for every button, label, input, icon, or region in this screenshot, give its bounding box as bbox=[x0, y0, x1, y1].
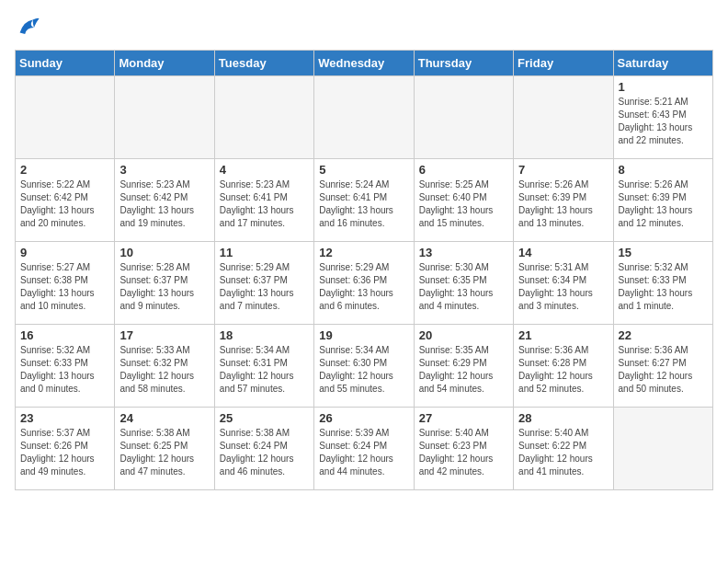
day-info: Sunrise: 5:22 AM Sunset: 6:42 PM Dayligh… bbox=[20, 178, 109, 230]
day-info: Sunrise: 5:32 AM Sunset: 6:33 PM Dayligh… bbox=[20, 344, 109, 396]
day-info: Sunrise: 5:23 AM Sunset: 6:41 PM Dayligh… bbox=[220, 178, 309, 230]
calendar-week-row: 23Sunrise: 5:37 AM Sunset: 6:26 PM Dayli… bbox=[16, 408, 713, 490]
day-number: 16 bbox=[20, 328, 109, 342]
day-info: Sunrise: 5:35 AM Sunset: 6:29 PM Dayligh… bbox=[419, 344, 508, 396]
calendar-day-cell: 8Sunrise: 5:26 AM Sunset: 6:39 PM Daylig… bbox=[613, 159, 712, 242]
calendar-day-cell: 6Sunrise: 5:25 AM Sunset: 6:40 PM Daylig… bbox=[414, 159, 513, 242]
calendar-table: SundayMondayTuesdayWednesdayThursdayFrid… bbox=[15, 50, 713, 490]
calendar-header-row: SundayMondayTuesdayWednesdayThursdayFrid… bbox=[16, 51, 713, 76]
day-number: 18 bbox=[220, 328, 309, 342]
calendar-day-cell bbox=[16, 76, 115, 159]
day-number: 11 bbox=[220, 246, 309, 259]
calendar-day-cell: 3Sunrise: 5:23 AM Sunset: 6:42 PM Daylig… bbox=[115, 159, 214, 242]
calendar-day-cell: 26Sunrise: 5:39 AM Sunset: 6:24 PM Dayli… bbox=[314, 408, 414, 490]
day-info: Sunrise: 5:40 AM Sunset: 6:23 PM Dayligh… bbox=[419, 427, 508, 478]
day-info: Sunrise: 5:38 AM Sunset: 6:24 PM Dayligh… bbox=[220, 427, 309, 478]
day-info: Sunrise: 5:27 AM Sunset: 6:38 PM Dayligh… bbox=[20, 261, 109, 313]
day-info: Sunrise: 5:38 AM Sunset: 6:25 PM Dayligh… bbox=[119, 427, 209, 478]
calendar-day-cell: 20Sunrise: 5:35 AM Sunset: 6:29 PM Dayli… bbox=[414, 325, 513, 408]
day-info: Sunrise: 5:30 AM Sunset: 6:35 PM Dayligh… bbox=[419, 261, 508, 313]
weekday-header-monday: Monday bbox=[115, 51, 214, 76]
day-info: Sunrise: 5:32 AM Sunset: 6:33 PM Dayligh… bbox=[619, 261, 708, 313]
day-info: Sunrise: 5:28 AM Sunset: 6:37 PM Dayligh… bbox=[119, 261, 209, 313]
page-header bbox=[15, 15, 713, 40]
day-number: 20 bbox=[419, 328, 508, 342]
calendar-day-cell bbox=[314, 76, 414, 159]
calendar-week-row: 1Sunrise: 5:21 AM Sunset: 6:43 PM Daylig… bbox=[16, 76, 713, 159]
day-info: Sunrise: 5:21 AM Sunset: 6:43 PM Dayligh… bbox=[619, 96, 708, 147]
day-number: 21 bbox=[518, 328, 608, 342]
day-info: Sunrise: 5:26 AM Sunset: 6:39 PM Dayligh… bbox=[619, 178, 708, 230]
day-number: 15 bbox=[619, 246, 708, 259]
calendar-week-row: 9Sunrise: 5:27 AM Sunset: 6:38 PM Daylig… bbox=[16, 242, 713, 325]
calendar-day-cell: 24Sunrise: 5:38 AM Sunset: 6:25 PM Dayli… bbox=[115, 408, 214, 490]
weekday-header-wednesday: Wednesday bbox=[314, 51, 414, 76]
calendar-day-cell bbox=[214, 76, 313, 159]
logo-bird-icon bbox=[15, 15, 40, 40]
weekday-header-tuesday: Tuesday bbox=[214, 51, 313, 76]
calendar-day-cell: 5Sunrise: 5:24 AM Sunset: 6:41 PM Daylig… bbox=[314, 159, 414, 242]
day-number: 13 bbox=[419, 246, 508, 259]
day-info: Sunrise: 5:25 AM Sunset: 6:40 PM Dayligh… bbox=[419, 178, 508, 230]
day-number: 8 bbox=[619, 163, 708, 177]
day-number: 19 bbox=[319, 328, 408, 342]
day-number: 3 bbox=[119, 163, 209, 177]
day-info: Sunrise: 5:26 AM Sunset: 6:39 PM Dayligh… bbox=[518, 178, 608, 230]
day-number: 4 bbox=[220, 163, 309, 177]
calendar-day-cell: 22Sunrise: 5:36 AM Sunset: 6:27 PM Dayli… bbox=[613, 325, 712, 408]
calendar-day-cell: 4Sunrise: 5:23 AM Sunset: 6:41 PM Daylig… bbox=[214, 159, 313, 242]
day-number: 28 bbox=[518, 411, 608, 425]
day-info: Sunrise: 5:36 AM Sunset: 6:27 PM Dayligh… bbox=[619, 344, 708, 396]
day-number: 2 bbox=[20, 163, 109, 177]
day-info: Sunrise: 5:29 AM Sunset: 6:37 PM Dayligh… bbox=[220, 261, 309, 313]
day-number: 23 bbox=[20, 411, 109, 425]
day-info: Sunrise: 5:29 AM Sunset: 6:36 PM Dayligh… bbox=[319, 261, 408, 313]
day-number: 7 bbox=[518, 163, 608, 177]
calendar-day-cell: 17Sunrise: 5:33 AM Sunset: 6:32 PM Dayli… bbox=[115, 325, 214, 408]
day-number: 10 bbox=[119, 246, 209, 259]
weekday-header-saturday: Saturday bbox=[613, 51, 712, 76]
day-number: 24 bbox=[119, 411, 209, 425]
calendar-day-cell: 13Sunrise: 5:30 AM Sunset: 6:35 PM Dayli… bbox=[414, 242, 513, 325]
calendar-day-cell: 21Sunrise: 5:36 AM Sunset: 6:28 PM Dayli… bbox=[514, 325, 613, 408]
calendar-day-cell: 9Sunrise: 5:27 AM Sunset: 6:38 PM Daylig… bbox=[16, 242, 115, 325]
day-number: 27 bbox=[419, 411, 508, 425]
calendar-day-cell: 1Sunrise: 5:21 AM Sunset: 6:43 PM Daylig… bbox=[613, 76, 712, 159]
calendar-day-cell: 23Sunrise: 5:37 AM Sunset: 6:26 PM Dayli… bbox=[16, 408, 115, 490]
calendar-week-row: 2Sunrise: 5:22 AM Sunset: 6:42 PM Daylig… bbox=[16, 159, 713, 242]
calendar-day-cell: 15Sunrise: 5:32 AM Sunset: 6:33 PM Dayli… bbox=[613, 242, 712, 325]
calendar-day-cell: 16Sunrise: 5:32 AM Sunset: 6:33 PM Dayli… bbox=[16, 325, 115, 408]
calendar-day-cell bbox=[514, 76, 613, 159]
day-info: Sunrise: 5:37 AM Sunset: 6:26 PM Dayligh… bbox=[20, 427, 109, 478]
calendar-day-cell: 11Sunrise: 5:29 AM Sunset: 6:37 PM Dayli… bbox=[214, 242, 313, 325]
weekday-header-thursday: Thursday bbox=[414, 51, 513, 76]
calendar-week-row: 16Sunrise: 5:32 AM Sunset: 6:33 PM Dayli… bbox=[16, 325, 713, 408]
day-number: 17 bbox=[119, 328, 209, 342]
weekday-header-friday: Friday bbox=[514, 51, 613, 76]
day-info: Sunrise: 5:34 AM Sunset: 6:30 PM Dayligh… bbox=[319, 344, 408, 396]
calendar-day-cell bbox=[414, 76, 513, 159]
day-info: Sunrise: 5:34 AM Sunset: 6:31 PM Dayligh… bbox=[220, 344, 309, 396]
day-info: Sunrise: 5:40 AM Sunset: 6:22 PM Dayligh… bbox=[518, 427, 608, 478]
day-number: 25 bbox=[220, 411, 309, 425]
calendar-day-cell: 10Sunrise: 5:28 AM Sunset: 6:37 PM Dayli… bbox=[115, 242, 214, 325]
day-number: 14 bbox=[518, 246, 608, 259]
day-info: Sunrise: 5:33 AM Sunset: 6:32 PM Dayligh… bbox=[119, 344, 209, 396]
calendar-day-cell: 2Sunrise: 5:22 AM Sunset: 6:42 PM Daylig… bbox=[16, 159, 115, 242]
calendar-day-cell: 25Sunrise: 5:38 AM Sunset: 6:24 PM Dayli… bbox=[214, 408, 313, 490]
day-info: Sunrise: 5:39 AM Sunset: 6:24 PM Dayligh… bbox=[319, 427, 408, 478]
weekday-header-sunday: Sunday bbox=[16, 51, 115, 76]
calendar-day-cell: 18Sunrise: 5:34 AM Sunset: 6:31 PM Dayli… bbox=[214, 325, 313, 408]
calendar-day-cell: 14Sunrise: 5:31 AM Sunset: 6:34 PM Dayli… bbox=[514, 242, 613, 325]
calendar-day-cell: 12Sunrise: 5:29 AM Sunset: 6:36 PM Dayli… bbox=[314, 242, 414, 325]
day-info: Sunrise: 5:36 AM Sunset: 6:28 PM Dayligh… bbox=[518, 344, 608, 396]
day-number: 1 bbox=[619, 80, 708, 94]
calendar-day-cell: 19Sunrise: 5:34 AM Sunset: 6:30 PM Dayli… bbox=[314, 325, 414, 408]
day-number: 12 bbox=[319, 246, 408, 259]
day-number: 6 bbox=[419, 163, 508, 177]
day-number: 9 bbox=[20, 246, 109, 259]
day-info: Sunrise: 5:31 AM Sunset: 6:34 PM Dayligh… bbox=[518, 261, 608, 313]
calendar-day-cell: 7Sunrise: 5:26 AM Sunset: 6:39 PM Daylig… bbox=[514, 159, 613, 242]
day-info: Sunrise: 5:23 AM Sunset: 6:42 PM Dayligh… bbox=[119, 178, 209, 230]
logo bbox=[15, 15, 44, 40]
